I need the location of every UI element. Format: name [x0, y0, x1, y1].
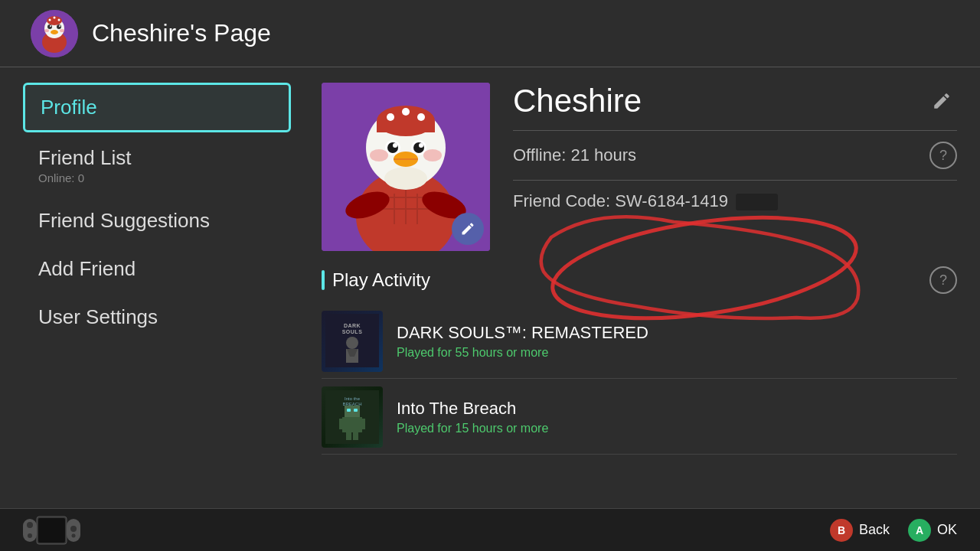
page-header: Cheshire's Page — [0, 0, 980, 67]
svg-text:SOULS: SOULS — [342, 329, 363, 334]
profile-panel: Cheshire Offline: 21 hours ? Friend Code… — [314, 67, 980, 508]
section-header: Play Activity ? — [322, 266, 957, 294]
status-help-icon[interactable]: ? — [929, 142, 957, 169]
edit-username-button[interactable] — [926, 86, 957, 116]
game-item-dark-souls[interactable]: DARK SOULS DARK SOULS™: REMASTERED Playe… — [322, 305, 957, 379]
svg-point-39 — [384, 167, 427, 190]
profile-image-container — [322, 83, 490, 251]
svg-point-3 — [51, 30, 58, 34]
game-list: DARK SOULS DARK SOULS™: REMASTERED Playe… — [322, 305, 957, 455]
svg-rect-51 — [346, 432, 351, 440]
page-title: Cheshire's Page — [92, 19, 271, 47]
sidebar-item-friend-list[interactable]: Friend List Online: 0 — [23, 135, 291, 195]
svg-point-12 — [44, 29, 49, 32]
game-thumbnail-into-the-breach: Into the BREACH — [322, 386, 383, 448]
play-activity-help-icon[interactable]: ? — [929, 266, 957, 294]
svg-point-10 — [54, 16, 56, 18]
game-info-dark-souls: DARK SOULS™: REMASTERED Played for 55 ho… — [397, 323, 957, 360]
svg-rect-25 — [377, 121, 435, 132]
game-playtime-into-the-breach: Played for 15 hours or more — [397, 422, 957, 435]
svg-point-28 — [417, 113, 425, 121]
svg-point-33 — [393, 143, 397, 148]
friend-code-text: Friend Code: SW-6184-1419 — [513, 191, 957, 211]
sidebar: Profile Friend List Online: 0 Friend Sug… — [0, 67, 314, 508]
svg-point-43 — [346, 337, 358, 349]
svg-point-64 — [70, 526, 77, 532]
game-title-dark-souls: DARK SOULS™: REMASTERED — [397, 323, 957, 343]
bottom-controls: B Back A OK — [830, 519, 957, 542]
svg-rect-53 — [347, 409, 351, 412]
status-text: Offline: 21 hours — [513, 145, 636, 165]
sidebar-item-add-friend[interactable]: Add Friend — [23, 246, 291, 292]
svg-rect-54 — [354, 409, 358, 412]
play-activity-section: Play Activity ? DARK SOULS — [322, 266, 957, 493]
svg-point-5 — [57, 24, 61, 29]
username: Cheshire — [513, 83, 642, 119]
svg-point-59 — [27, 522, 33, 528]
sidebar-item-profile[interactable]: Profile — [23, 83, 291, 132]
ds-thumb-label: DARK SOULS — [325, 314, 379, 369]
svg-point-27 — [402, 108, 410, 116]
friend-code-row: Friend Code: SW-6184-1419 — [513, 191, 957, 219]
svg-point-34 — [419, 143, 423, 148]
svg-point-38 — [423, 149, 442, 161]
svg-point-60 — [28, 533, 32, 538]
status-row: Offline: 21 hours ? — [513, 142, 957, 181]
edit-avatar-button[interactable] — [452, 213, 484, 245]
game-item-into-the-breach[interactable]: Into the BREACH Into The Breach Played f… — [322, 380, 957, 455]
a-button: A — [908, 519, 931, 542]
svg-rect-50 — [359, 419, 365, 429]
username-row: Cheshire — [513, 83, 957, 131]
section-title-row: Play Activity — [322, 269, 430, 291]
b-button: B — [830, 519, 853, 542]
profile-info: Cheshire Offline: 21 hours ? Friend Code… — [513, 83, 957, 251]
svg-rect-49 — [339, 419, 345, 429]
svg-rect-47 — [345, 406, 360, 417]
svg-point-4 — [47, 24, 52, 29]
main-content: Profile Friend List Online: 0 Friend Sug… — [0, 67, 980, 508]
svg-point-9 — [49, 18, 51, 21]
friend-code-redacted — [736, 194, 778, 210]
svg-text:DARK: DARK — [344, 323, 361, 328]
bottom-bar: B Back A OK — [0, 508, 980, 551]
svg-text:BREACH: BREACH — [342, 402, 361, 406]
svg-rect-52 — [353, 432, 358, 440]
section-bar — [322, 270, 325, 290]
profile-top: Cheshire Offline: 21 hours ? Friend Code… — [322, 83, 957, 251]
console-icon — [23, 515, 80, 546]
svg-point-6 — [50, 25, 51, 27]
svg-point-26 — [387, 113, 394, 121]
svg-point-13 — [60, 29, 64, 32]
svg-point-7 — [59, 25, 60, 27]
svg-point-65 — [72, 533, 76, 537]
game-playtime-dark-souls: Played for 55 hours or more — [397, 346, 957, 360]
ok-button[interactable]: A OK — [908, 519, 957, 542]
game-info-into-the-breach: Into The Breach Played for 15 hours or m… — [397, 399, 957, 435]
sidebar-item-friend-suggestions[interactable]: Friend Suggestions — [23, 198, 291, 243]
back-button[interactable]: B Back — [830, 519, 890, 542]
section-title: Play Activity — [332, 269, 430, 291]
svg-point-37 — [370, 149, 388, 161]
svg-rect-62 — [38, 518, 65, 543]
game-title-into-the-breach: Into The Breach — [397, 399, 957, 419]
sidebar-item-user-settings[interactable]: User Settings — [23, 295, 291, 340]
svg-text:Into the: Into the — [345, 396, 361, 401]
user-avatar — [31, 10, 78, 57]
svg-point-11 — [58, 18, 60, 21]
game-thumbnail-dark-souls: DARK SOULS — [322, 311, 383, 372]
